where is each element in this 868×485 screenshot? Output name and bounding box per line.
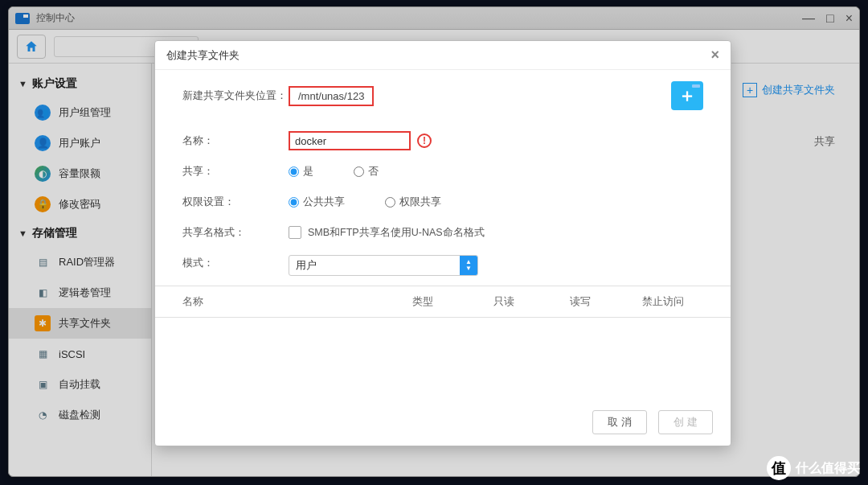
perm-restricted-radio[interactable]: 权限共享 bbox=[385, 195, 441, 209]
plus-icon: ＋ bbox=[678, 87, 696, 105]
cancel-button[interactable]: 取 消 bbox=[592, 410, 647, 434]
main-window: 控制中心 — □ × ▼ 账户设置 👥用户组管理 👤用户账户 ◐容量限额 🔒修改… bbox=[8, 6, 860, 477]
add-path-button[interactable]: ＋ bbox=[671, 81, 703, 110]
modal-footer: 取 消 创 建 bbox=[592, 410, 713, 434]
share-yes-radio[interactable]: 是 bbox=[289, 165, 313, 179]
share-label: 共享： bbox=[182, 165, 289, 179]
name-input[interactable] bbox=[289, 131, 411, 150]
perm-public-radio[interactable]: 公共共享 bbox=[289, 195, 345, 209]
permission-table-header: 名称 类型 只读 读写 禁止访问 bbox=[155, 286, 731, 318]
mode-select[interactable]: 用户 ▲▼ bbox=[289, 255, 478, 276]
modal-close-button[interactable]: × bbox=[710, 47, 719, 64]
create-button[interactable]: 创 建 bbox=[658, 410, 713, 434]
name-label: 名称： bbox=[182, 134, 289, 148]
modal-form: 新建共享文件夹位置： /mnt/unas/123 ＋ 名称： ! 共享： 是 否… bbox=[155, 70, 731, 286]
mode-label: 模式： bbox=[182, 250, 289, 270]
warning-icon: ! bbox=[417, 134, 432, 148]
path-label: 新建共享文件夹位置： bbox=[182, 89, 289, 103]
watermark-icon: 值 bbox=[767, 456, 791, 480]
perm-label: 权限设置： bbox=[182, 195, 289, 209]
modal-header: 创建共享文件夹 × bbox=[155, 41, 731, 70]
col-deny: 禁止访问 bbox=[642, 294, 703, 309]
modal-title: 创建共享文件夹 bbox=[166, 48, 240, 63]
namefmt-label: 共享名格式： bbox=[182, 226, 289, 240]
select-spinner-icon: ▲▼ bbox=[460, 256, 477, 275]
watermark: 值 什么值得买 bbox=[767, 456, 860, 480]
namefmt-desc: SMB和FTP共享名使用U-NAS命名格式 bbox=[308, 226, 485, 240]
col-readonly: 只读 bbox=[493, 294, 570, 309]
col-readwrite: 读写 bbox=[570, 294, 642, 309]
col-name: 名称 bbox=[182, 294, 412, 309]
create-folder-modal: 创建共享文件夹 × 新建共享文件夹位置： /mnt/unas/123 ＋ 名称：… bbox=[154, 40, 731, 446]
col-type: 类型 bbox=[412, 294, 493, 309]
path-value: /mnt/unas/123 bbox=[289, 86, 374, 106]
namefmt-checkbox[interactable] bbox=[289, 226, 301, 239]
share-no-radio[interactable]: 否 bbox=[354, 165, 379, 179]
